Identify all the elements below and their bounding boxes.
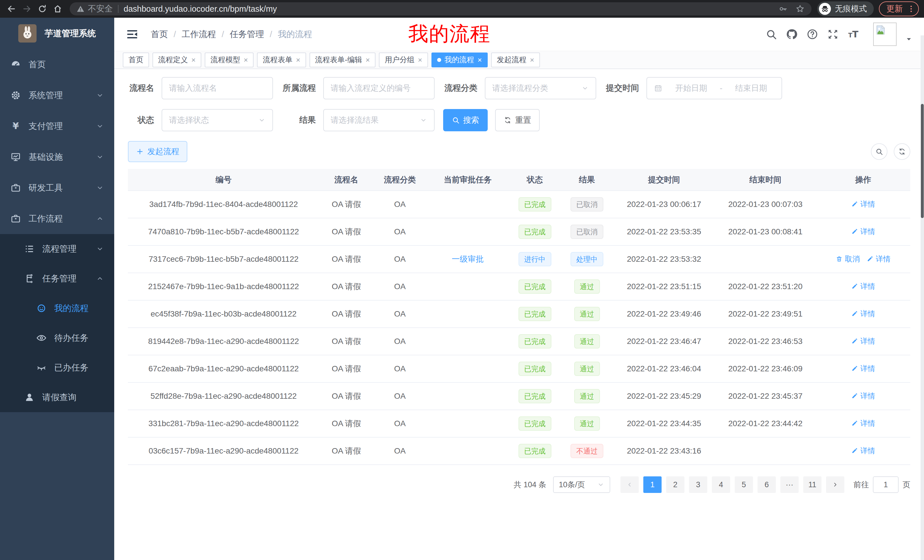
page-button-2[interactable]: 2 bbox=[666, 476, 684, 493]
page-button-6[interactable]: 6 bbox=[758, 476, 776, 493]
close-icon[interactable]: × bbox=[244, 56, 248, 64]
tab-首页[interactable]: 首页 bbox=[123, 52, 149, 67]
detail-action[interactable]: 详情 bbox=[851, 446, 875, 456]
detail-action[interactable]: 详情 bbox=[851, 364, 875, 374]
more-pages-button[interactable]: ··· bbox=[780, 476, 799, 493]
sidebar-collapse-icon[interactable] bbox=[126, 28, 139, 41]
status-select[interactable]: 请选择状态 bbox=[162, 109, 273, 131]
task-link[interactable]: 一级审批 bbox=[452, 255, 484, 264]
tab-我的流程[interactable]: 我的流程× bbox=[432, 52, 488, 67]
tab-流程定义[interactable]: 流程定义× bbox=[153, 52, 201, 67]
detail-action[interactable]: 详情 bbox=[851, 199, 875, 209]
category-select[interactable]: 请选择流程分类 bbox=[485, 77, 596, 99]
scrollbar-thumb[interactable] bbox=[921, 104, 924, 218]
prev-page-button[interactable] bbox=[621, 476, 639, 493]
sidebar-item-todo-task[interactable]: 待办任务 bbox=[0, 323, 114, 353]
current-task bbox=[426, 437, 509, 465]
detail-action[interactable]: 详情 bbox=[851, 391, 875, 401]
sidebar-item-task-management[interactable]: 任务管理 bbox=[0, 264, 114, 293]
main-area: 首页 / 工作流程 / 任务管理 / 我的流程 我的流程 TT 首页流程定义×流… bbox=[114, 18, 924, 560]
sidebar-item-process-management[interactable]: 流程管理 bbox=[0, 234, 114, 264]
breadcrumb-separator: / bbox=[216, 29, 230, 39]
close-icon[interactable]: × bbox=[296, 56, 300, 64]
fullscreen-icon[interactable] bbox=[827, 28, 839, 40]
avatar[interactable] bbox=[873, 22, 897, 46]
breadcrumb-item[interactable]: 任务管理 bbox=[230, 28, 264, 40]
detail-action[interactable]: 详情 bbox=[851, 281, 875, 291]
bookmark-star-icon[interactable] bbox=[795, 4, 805, 13]
process-category: OA bbox=[374, 437, 426, 465]
address-bar[interactable]: 不安全 dashboard.yudao.iocoder.cn/bpm/task/… bbox=[70, 2, 812, 15]
result-select[interactable]: 请选择流结果 bbox=[323, 109, 435, 131]
close-icon[interactable]: × bbox=[530, 56, 534, 64]
sidebar-item-my-process[interactable]: 我的流程 bbox=[0, 293, 114, 323]
filter-label: 结果 bbox=[282, 114, 316, 126]
detail-action[interactable]: 详情 bbox=[851, 309, 875, 319]
page-button-1[interactable]: 1 bbox=[644, 476, 662, 493]
sidebar-item-system-management[interactable]: 系统管理 bbox=[0, 80, 114, 111]
sidebar-item-label: 请假查询 bbox=[42, 392, 104, 403]
page-size-select[interactable]: 10条/页 bbox=[553, 476, 610, 493]
tab-label: 流程模型 bbox=[210, 55, 240, 65]
browser-back-button[interactable] bbox=[5, 3, 18, 15]
font-size-icon[interactable]: TT bbox=[848, 28, 860, 40]
page-button-5[interactable]: 5 bbox=[735, 476, 753, 493]
cancel-action[interactable]: 取消 bbox=[836, 254, 860, 264]
browser-update-button[interactable]: 更新 bbox=[879, 1, 919, 16]
create-process-button[interactable]: 发起流程 bbox=[128, 141, 188, 162]
pencil-icon bbox=[851, 447, 858, 454]
sidebar-item-payment-management[interactable]: ¥支付管理 bbox=[0, 111, 114, 142]
sidebar-item-label: 研发工具 bbox=[28, 182, 96, 194]
tab-发起流程[interactable]: 发起流程× bbox=[491, 52, 540, 67]
close-icon[interactable]: × bbox=[191, 56, 196, 64]
process-def-input[interactable] bbox=[323, 77, 435, 99]
sidebar-item-home[interactable]: 首页 bbox=[0, 49, 114, 80]
detail-action[interactable]: 详情 bbox=[851, 418, 875, 428]
tab-流程模型[interactable]: 流程模型× bbox=[205, 52, 254, 67]
page-button-11[interactable]: 11 bbox=[803, 476, 822, 493]
close-icon[interactable]: × bbox=[366, 56, 370, 64]
kebab-menu-icon[interactable] bbox=[907, 4, 915, 13]
sidebar-submenu: 流程管理任务管理我的流程待办任务已办任务请假查询 bbox=[0, 234, 114, 412]
status-cell: 已完成 bbox=[509, 355, 561, 382]
reset-button[interactable]: 重置 bbox=[495, 109, 540, 131]
tab-用户分组[interactable]: 用户分组× bbox=[379, 52, 428, 67]
github-icon[interactable] bbox=[786, 28, 798, 40]
search-icon[interactable] bbox=[765, 28, 777, 40]
detail-action[interactable]: 详情 bbox=[867, 254, 891, 264]
tab-流程表单-编辑[interactable]: 流程表单-编辑× bbox=[309, 52, 376, 67]
next-page-button[interactable] bbox=[826, 476, 844, 493]
help-icon[interactable] bbox=[806, 28, 818, 40]
sidebar-item-infrastructure[interactable]: 基础设施 bbox=[0, 142, 114, 172]
window-scrollbar[interactable] bbox=[921, 35, 924, 560]
browser-home-button[interactable] bbox=[51, 3, 64, 15]
page-button-3[interactable]: 3 bbox=[689, 476, 707, 493]
tab-流程表单[interactable]: 流程表单× bbox=[257, 52, 306, 67]
process-category: OA bbox=[374, 300, 426, 328]
sidebar-item-workflow[interactable]: 工作流程 bbox=[0, 203, 114, 234]
filter-label: 流程名 bbox=[128, 82, 154, 94]
close-icon[interactable]: × bbox=[418, 56, 422, 64]
detail-action[interactable]: 详情 bbox=[851, 227, 875, 237]
browser-forward-button[interactable] bbox=[21, 3, 33, 15]
sidebar-item-leave-query[interactable]: 请假查询 bbox=[0, 382, 114, 412]
toggle-search-button[interactable] bbox=[871, 143, 888, 160]
refresh-table-button[interactable] bbox=[894, 143, 910, 160]
close-icon[interactable]: × bbox=[478, 56, 482, 64]
detail-action[interactable]: 详情 bbox=[851, 336, 875, 346]
goto-page-input[interactable] bbox=[873, 476, 898, 493]
breadcrumb-item[interactable]: 首页 bbox=[151, 28, 168, 40]
avatar-caret-down-icon[interactable] bbox=[905, 35, 913, 43]
process-name-input[interactable] bbox=[162, 77, 273, 99]
browser-reload-button[interactable] bbox=[36, 3, 48, 15]
password-key-icon[interactable] bbox=[778, 4, 788, 13]
submit-time: 2022-01-22 23:49:46 bbox=[614, 300, 715, 328]
sidebar-item-done-task[interactable]: 已办任务 bbox=[0, 353, 114, 382]
end-time bbox=[715, 246, 816, 273]
submit-time-range-picker[interactable]: 开始日期 - 结束日期 bbox=[646, 77, 782, 99]
breadcrumb-item[interactable]: 工作流程 bbox=[182, 28, 216, 40]
page-button-4[interactable]: 4 bbox=[712, 476, 730, 493]
search-button[interactable]: 搜索 bbox=[443, 109, 488, 131]
process-name: OA 请假 bbox=[319, 300, 374, 328]
sidebar-item-dev-tools[interactable]: 研发工具 bbox=[0, 172, 114, 203]
